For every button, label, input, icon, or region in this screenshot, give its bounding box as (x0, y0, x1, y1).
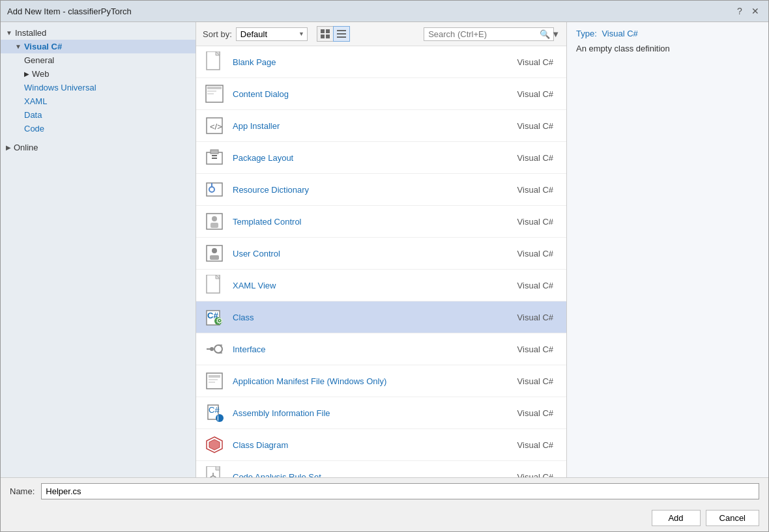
search-icon[interactable]: 🔍 (540, 29, 550, 39)
cancel-button[interactable]: Cancel (706, 510, 759, 526)
svg-rect-42 (209, 382, 215, 383)
sidebar-item-web[interactable]: ▶ Web (1, 67, 196, 81)
main-content: ▼ Installed ▼ Visual C# General ▶ Web Wi… (1, 22, 768, 477)
svg-point-36 (214, 345, 222, 353)
svg-rect-5 (337, 33, 346, 35)
app-manifest-icon (203, 369, 226, 393)
center-panel: Sort by: Default Name Type (196, 22, 566, 477)
list-view-button[interactable] (333, 26, 350, 42)
sidebar-item-visual-csharp[interactable]: ▼ Visual C# (1, 40, 196, 53)
triangle-right-icon: ▶ (6, 144, 11, 151)
type-info: Type: Visual C# (576, 29, 759, 38)
type-label: Type: (576, 29, 597, 38)
svg-point-23 (212, 216, 217, 221)
grid-view-button[interactable] (317, 26, 334, 42)
help-button[interactable]: ? (733, 5, 746, 18)
triangle-icon: ▼ (6, 29, 12, 36)
visual-csharp-label: Visual C# (24, 42, 62, 51)
xaml-view-name: XAML View (233, 281, 501, 290)
sort-select-wrap: Default Name Type (236, 27, 308, 41)
content-dialog-name: Content Dialog (233, 89, 501, 99)
dialog-title: Add New Item - classifierPyTorch (7, 7, 731, 16)
app-installer-type: Visual C# (501, 121, 553, 131)
item-content-dialog[interactable]: Content Dialog Visual C# (196, 78, 566, 110)
assembly-info-name: Assembly Information File (233, 408, 501, 418)
grid-icon (321, 29, 330, 38)
sidebar-item-xaml[interactable]: XAML (1, 94, 196, 108)
search-input[interactable] (424, 27, 554, 41)
svg-rect-27 (210, 255, 219, 260)
svg-rect-6 (337, 36, 346, 38)
type-description: An empty class definition (576, 44, 759, 53)
class-diagram-name: Class Diagram (233, 440, 501, 450)
sort-label: Sort by: (203, 29, 232, 39)
item-class-diagram[interactable]: Class Diagram Visual C# (196, 429, 566, 461)
user-control-type: Visual C# (501, 249, 553, 259)
name-bar: Name: (1, 477, 768, 505)
templated-control-name: Templated Control (233, 217, 501, 227)
svg-rect-3 (326, 35, 330, 38)
item-xaml-view[interactable]: XAML View Visual C# (196, 270, 566, 301)
item-class[interactable]: C# ⚙ Class Visual C# (196, 301, 566, 333)
svg-text:⚙: ⚙ (216, 316, 224, 326)
sidebar-item-windows-universal[interactable]: Windows Universal (1, 81, 196, 94)
sort-select[interactable]: Default Name Type (236, 27, 308, 41)
templated-control-icon (203, 210, 226, 233)
assembly-info-type: Visual C# (501, 408, 553, 418)
content-dialog-icon (203, 82, 226, 105)
interface-type: Visual C# (501, 344, 553, 354)
close-button[interactable]: ✕ (749, 5, 762, 18)
online-label: Online (14, 143, 38, 152)
item-user-control[interactable]: User Control Visual C# (196, 238, 566, 270)
item-app-manifest[interactable]: Application Manifest File (Windows Only)… (196, 365, 566, 397)
type-value: Visual C# (602, 29, 637, 38)
web-label: Web (32, 69, 50, 79)
items-list: Blank Page Visual C# Content Dialog Visu… (196, 46, 566, 477)
name-input[interactable] (41, 483, 759, 499)
svg-rect-40 (209, 375, 220, 378)
svg-text:</>: </> (210, 122, 222, 132)
item-package-layout[interactable]: Package Layout Visual C# (196, 142, 566, 174)
sidebar-online-header[interactable]: ▶ Online (1, 141, 196, 154)
sidebar-installed-header[interactable]: ▼ Installed (1, 26, 196, 40)
item-app-installer[interactable]: </> App Installer Visual C# (196, 110, 566, 142)
toolbar: Sort by: Default Name Type (196, 22, 566, 46)
sidebar-item-data[interactable]: Data (1, 108, 196, 122)
svg-rect-10 (207, 87, 222, 89)
name-label: Name: (10, 486, 35, 496)
blank-page-type: Visual C# (501, 57, 553, 67)
code-analysis-name: Code Analysis Rule Set (233, 472, 501, 478)
sidebar-item-general[interactable]: General (1, 53, 196, 67)
code-analysis-type: Visual C# (501, 472, 553, 478)
svg-rect-24 (210, 223, 218, 228)
svg-rect-1 (326, 29, 330, 33)
button-area: Add Cancel (1, 505, 768, 531)
list-icon (337, 29, 346, 38)
sidebar-item-code[interactable]: Code (1, 122, 196, 135)
class-icon: C# ⚙ (203, 305, 226, 329)
xaml-view-icon (203, 273, 226, 297)
sidebar: ▼ Installed ▼ Visual C# General ▶ Web Wi… (1, 22, 196, 477)
svg-rect-18 (212, 158, 217, 159)
content-dialog-type: Visual C# (501, 89, 553, 99)
item-templated-control[interactable]: Templated Control Visual C# (196, 206, 566, 238)
svg-rect-41 (209, 379, 218, 380)
code-analysis-icon (203, 465, 226, 477)
resource-dictionary-name: Resource Dictionary (233, 185, 501, 195)
triangle-down-icon: ▼ (15, 43, 22, 50)
app-manifest-name: Application Manifest File (Windows Only) (233, 376, 501, 386)
item-assembly-info[interactable]: C# i Assembly Information File Visual C# (196, 397, 566, 429)
class-diagram-type: Visual C# (501, 440, 553, 450)
item-interface[interactable]: Interface Visual C# (196, 333, 566, 365)
user-control-icon (203, 242, 226, 265)
item-blank-page[interactable]: Blank Page Visual C# (196, 46, 566, 78)
search-dropdown-icon[interactable]: ▼ (551, 29, 560, 39)
package-layout-type: Visual C# (501, 153, 553, 163)
svg-rect-17 (212, 155, 217, 156)
add-button[interactable]: Add (652, 510, 701, 526)
app-installer-name: App Installer (233, 121, 501, 131)
item-resource-dictionary[interactable]: Resource Dictionary Visual C# (196, 174, 566, 206)
app-manifest-type: Visual C# (501, 376, 553, 386)
user-control-name: User Control (233, 249, 501, 259)
item-code-analysis[interactable]: Code Analysis Rule Set Visual C# (196, 461, 566, 477)
